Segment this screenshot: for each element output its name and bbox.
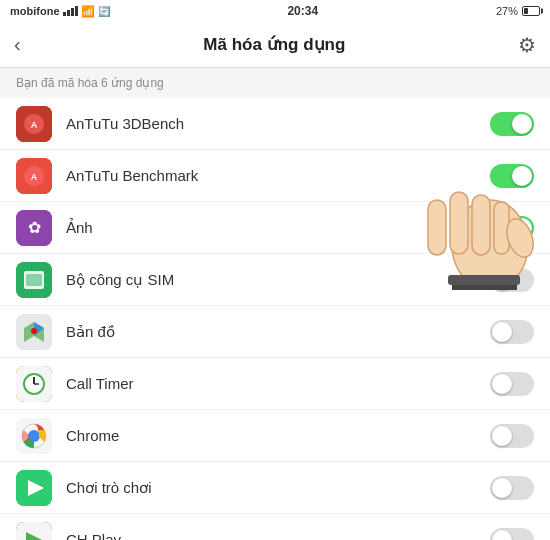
app-icon-maps	[16, 314, 52, 350]
app-name-antutu: AnTuTu Benchmark	[66, 167, 490, 184]
list-item: Chrome	[0, 410, 550, 462]
time-label: 20:34	[287, 4, 318, 18]
toggle-photo[interactable]	[490, 216, 534, 240]
settings-icon[interactable]: ⚙	[518, 33, 536, 57]
toggle-calltimer[interactable]	[490, 372, 534, 396]
app-icon-playgames	[16, 470, 52, 506]
app-name-sim: Bộ công cụ SIM	[66, 271, 490, 289]
svg-point-12	[31, 328, 37, 334]
subtitle-text: Bạn đã mã hóa 6 ứng dụng	[0, 68, 550, 98]
app-name-chplay: CH Play	[66, 531, 490, 540]
app-name-maps: Bản đồ	[66, 323, 490, 341]
svg-text:✿: ✿	[28, 219, 41, 236]
app-list: A AnTuTu 3DBench A AnTuTu Benchmark ✿ Ản…	[0, 98, 550, 540]
toggle-chrome[interactable]	[490, 424, 534, 448]
svg-text:A: A	[31, 172, 38, 182]
app-icon-antutu: A	[16, 158, 52, 194]
app-icon-photo: ✿	[16, 210, 52, 246]
app-name-photo: Ảnh	[66, 219, 490, 237]
list-item: Call Timer	[0, 358, 550, 410]
list-item: Bản đồ	[0, 306, 550, 358]
list-item: A AnTuTu Benchmark	[0, 150, 550, 202]
svg-text:A: A	[31, 120, 38, 130]
toggle-maps[interactable]	[490, 320, 534, 344]
app-name-chrome: Chrome	[66, 427, 490, 444]
toggle-playgames[interactable]	[490, 476, 534, 500]
battery-icon	[522, 6, 540, 16]
back-button[interactable]: ‹	[14, 29, 31, 60]
svg-point-20	[29, 431, 39, 441]
app-icon-chrome	[16, 418, 52, 454]
signal-bars	[63, 6, 78, 16]
status-left: mobifone 📶 🔄	[10, 5, 110, 18]
status-bar: mobifone 📶 🔄 20:34 27%	[0, 0, 550, 22]
app-icon-sim	[16, 262, 52, 298]
app-icon-chplay	[16, 522, 52, 541]
app-icon-antutu3d: A	[16, 106, 52, 142]
carrier-label: mobifone	[10, 5, 60, 17]
app-name-playgames: Chơi trò chơi	[66, 479, 490, 497]
toggle-sim[interactable]	[490, 268, 534, 292]
app-name-calltimer: Call Timer	[66, 375, 490, 392]
list-item: Bộ công cụ SIM	[0, 254, 550, 306]
nav-bar: ‹ Mã hóa ứng dụng ⚙	[0, 22, 550, 68]
page-title: Mã hóa ứng dụng	[31, 34, 518, 55]
app-name-antutu3d: AnTuTu 3DBench	[66, 115, 490, 132]
svg-rect-10	[26, 274, 42, 286]
list-item: A AnTuTu 3DBench	[0, 98, 550, 150]
toggle-antutu3d[interactable]	[490, 112, 534, 136]
toggle-antutu[interactable]	[490, 164, 534, 188]
list-item: ✿ Ảnh	[0, 202, 550, 254]
list-item: CH Play	[0, 514, 550, 540]
battery-percent: 27%	[496, 5, 518, 17]
app-icon-calltimer	[16, 366, 52, 402]
toggle-chplay[interactable]	[490, 528, 534, 541]
list-item: Chơi trò chơi	[0, 462, 550, 514]
phone-screen: mobifone 📶 🔄 20:34 27% ‹ Mã hóa ứng dụng…	[0, 0, 550, 540]
data-icon: 🔄	[98, 6, 110, 17]
status-right: 27%	[496, 5, 540, 17]
wifi-icon: 📶	[81, 5, 95, 18]
